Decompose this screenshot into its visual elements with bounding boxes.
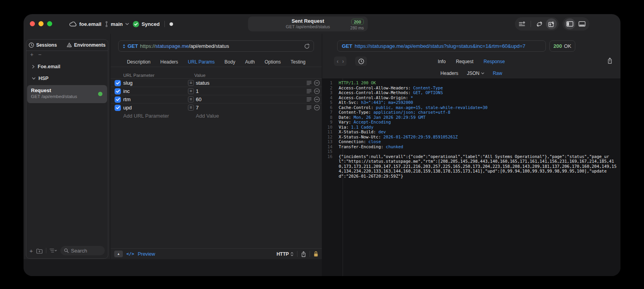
toolbar-group-right [562,17,589,31]
tab-body[interactable]: Body [224,59,235,65]
close-window-button[interactable] [30,21,35,26]
response-line: 6Cache-Control: public, max-age=15, stal… [322,105,618,110]
param-text-options-icon[interactable] [306,97,312,102]
param-text-options-icon[interactable] [306,89,312,94]
response-body[interactable]: 1HTTP/1.1 200 OK2Access-Control-Allow-He… [322,78,620,276]
equals-icon: = [188,80,194,86]
url-path: /api/embed/status [189,43,229,49]
param-text-options-icon[interactable] [306,105,312,110]
param-value[interactable]: 1 [196,88,199,94]
tab-options[interactable]: Options [265,59,281,65]
sidebar-search-input[interactable]: Search [60,246,105,255]
equals-icon: = [188,105,194,111]
line-number: 12 [322,135,339,140]
remove-param-icon[interactable] [314,96,320,102]
response-subtab-raw[interactable]: Raw [493,71,502,76]
collapse-panel-button[interactable]: ▲ [114,251,123,257]
response-url: https://statuspage.me/api/embed/status?s… [355,43,525,49]
lock-icon[interactable] [314,251,318,257]
method-stepper-icon[interactable] [122,44,126,49]
param-row-inc: inc=1 [111,87,322,95]
remove-param-icon[interactable] [314,88,320,94]
new-request-button[interactable]: + [29,248,33,254]
tree-group-hsp[interactable]: HSP [26,73,108,84]
column-value: Value [194,73,206,78]
add-session-button[interactable]: + [30,51,33,58]
protocol-selector[interactable]: HTTP [277,251,294,257]
response-subtab-json[interactable]: JSON [467,71,484,76]
resend-request-icon[interactable] [304,43,310,49]
param-checkbox[interactable] [115,80,121,86]
merge-branches-button[interactable] [534,18,545,29]
equals-icon: = [188,88,194,94]
param-row-rtm: rtm=60 [111,95,322,103]
tab-description[interactable]: Description [127,59,150,65]
protocol-stepper-icon [290,252,294,256]
response-status-text: OK [564,43,571,49]
param-value[interactable]: 60 [196,96,201,102]
param-name[interactable]: slug [123,80,133,86]
remove-session-button[interactable]: − [38,51,41,58]
param-value[interactable]: status [196,80,210,86]
response-method: GET [342,43,352,49]
tab-testing[interactable]: Testing [291,59,306,65]
search-icon [64,248,69,253]
param-name[interactable]: rtm [123,96,131,102]
param-name[interactable]: upd [123,105,132,111]
share-icon[interactable] [301,251,306,257]
branch-selector[interactable]: main [105,21,129,27]
response-tab-request[interactable]: Request [456,59,474,64]
tree-group-foe-email[interactable]: Foe.email [26,61,108,73]
remove-param-icon[interactable] [314,80,320,86]
param-checkbox[interactable] [115,105,121,111]
tab-auth[interactable]: Auth [245,59,255,65]
response-line: 3Access-Control-Allow-Methods: GET, OPTI… [322,90,618,95]
line-number: 7 [322,110,339,115]
param-value[interactable]: 7 [196,105,199,111]
response-line: 15 [322,149,618,154]
add-value-placeholder[interactable]: Add Value [196,113,219,119]
param-checkbox[interactable] [115,88,121,95]
sync-status[interactable]: Synced [133,21,160,27]
response-status-badge: 200 OK [549,40,575,52]
sidebar-tab-environments[interactable]: Environments [66,42,106,48]
minimize-window-button[interactable] [38,21,44,26]
screen: foe.email main Synced [0,0,644,289]
line-number: 2 [322,85,339,91]
app-window: foe.email main Synced [24,14,620,276]
zoom-window-button[interactable] [47,21,52,26]
param-name[interactable]: inc [123,88,130,94]
request-list-export-button[interactable] [517,18,528,29]
export-response-icon[interactable] [607,57,613,64]
param-checkbox[interactable] [115,96,121,103]
new-folder-icon[interactable] [36,248,43,254]
toggle-bottom-panel-button[interactable] [576,18,587,29]
response-subtab-headers[interactable]: Headers [440,71,458,76]
response-line: 7Content-Type: application/json; charset… [322,110,618,115]
sort-options-icon[interactable] [49,248,57,253]
sidebar-tree: Foe.emailHSP [26,58,108,84]
request-summary-pill[interactable]: Sent Request GET /api/embed/status 200 2… [248,16,368,31]
chevron-down-icon [125,23,129,25]
tab-url-params[interactable]: URL Params [188,59,215,65]
response-request-line[interactable]: GET https://statuspage.me/api/embed/stat… [337,40,546,52]
response-tab-response[interactable]: Response [483,59,505,64]
response-tab-info[interactable]: Info [438,59,446,64]
sidebar-tab-sessions[interactable]: Sessions [29,42,57,48]
add-param-placeholder[interactable]: Add URL Parameter [123,113,169,119]
toggle-sidebar-button[interactable] [564,18,575,29]
remove-param-icon[interactable] [314,105,320,111]
request-url-bar[interactable]: GET https://statuspage.me/api/embed/stat… [118,40,314,52]
tab-headers[interactable]: Headers [160,59,178,65]
import-export-button[interactable] [546,18,557,29]
environments-icon [66,42,72,48]
request-method: GET [128,43,138,49]
line-number: 15 [322,149,339,154]
line-number: 4 [322,95,339,100]
titlebar-separator [164,21,165,27]
sidebar-request-item[interactable]: Request GET /api/embed/status [27,85,107,103]
toolbar-separator [531,21,531,27]
param-text-options-icon[interactable] [306,80,312,85]
preview-button[interactable]: Preview [138,251,155,257]
project-menu[interactable]: foe.email [69,21,101,27]
